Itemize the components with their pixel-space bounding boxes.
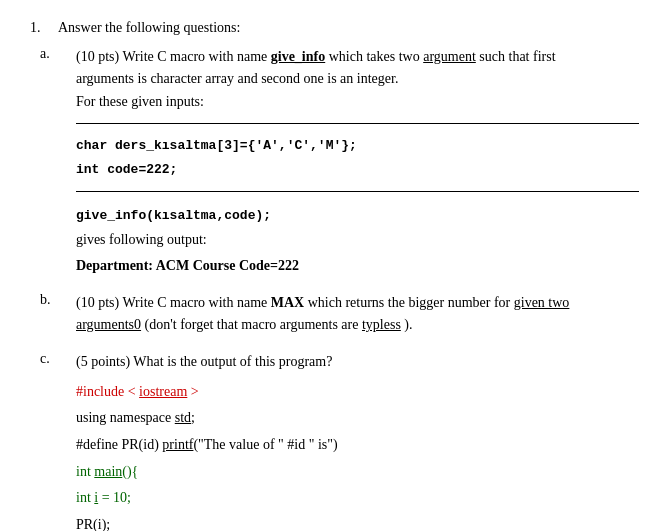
desc-paren: ). [404,317,412,332]
sub-label-a: a. [40,46,70,278]
page-container: 1. Answer the following questions: a. (1… [30,20,639,531]
desc-which-returns: which returns the bigger number for [308,295,514,310]
desc-dont-forget: (don't forget that macro arguments are [145,317,362,332]
code-line-1: char ders_kısaltma[3]={'A','C','M'}; [76,134,639,157]
gives-label: gives following output: [76,232,207,247]
desc-which-takes: which takes two [329,49,423,64]
sub-label-c: c. [40,351,70,532]
code-block-a: char ders_kısaltma[3]={'A','C','M'}; int… [76,123,639,192]
typless-underline: typless [362,317,401,332]
desc-write: Write C macro with name [122,49,270,64]
sub-question-c: c. (5 points) What is the output of this… [40,351,639,532]
prog-line-int-i: int i = 10; [76,485,639,512]
printf-underline: printf [162,437,193,452]
main-question-text: Answer the following questions: [58,20,240,36]
sub-question-b: b. (10 pts) Write C macro with name MAX … [40,292,639,337]
prog-line-include: #include < iostream > [76,379,639,406]
arguments0-underline: arguments0 [76,317,141,332]
prog-line-using: using namespace std; [76,405,639,432]
points-c: (5 points) [76,354,133,369]
desc-write-b: Write C macro with name [122,295,270,310]
arg-underline: argument [423,49,476,64]
call-line: give_info(kısaltma,code); [76,208,271,223]
points-a: (10 pts) [76,49,122,64]
prog-line-pr: PR(i); [76,512,639,531]
desc-output: What is the output of this program? [133,354,332,369]
desc-for-given: For these given inputs: [76,94,204,109]
points-b: (10 pts) [76,295,122,310]
std-underline: std [175,410,191,425]
sub-content-c: (5 points) What is the output of this pr… [76,351,639,532]
sub-question-a: a. (10 pts) Write C macro with name give… [40,46,639,278]
prog-line-main: int main(){ [76,459,639,486]
i-underline: i [94,490,98,505]
given-two-underline: given two [514,295,570,310]
main-question: 1. Answer the following questions: [30,20,639,36]
sub-content-a: (10 pts) Write C macro with name give_in… [76,46,639,278]
macro-name-max: MAX [271,295,304,310]
main-question-number: 1. [30,20,50,36]
output-block-a: give_info(kısaltma,code); gives followin… [76,202,639,278]
code-line-2: int code=222; [76,158,639,181]
main-underline: main [94,464,122,479]
desc-such-that: such that first [479,49,555,64]
sub-content-b: (10 pts) Write C macro with name MAX whi… [76,292,639,337]
program-block: #include < iostream > using namespace st… [76,379,639,531]
sub-label-b: b. [40,292,70,337]
desc-arg-types: arguments is character array and second … [76,71,398,86]
macro-name-give-info: give_info [271,49,325,64]
prog-line-define: #define PR(id) printf("The value of " #i… [76,432,639,459]
output-value: Department: ACM Course Code=222 [76,258,299,273]
sub-questions: a. (10 pts) Write C macro with name give… [40,46,639,531]
iostream-underline: iostream [139,384,187,399]
